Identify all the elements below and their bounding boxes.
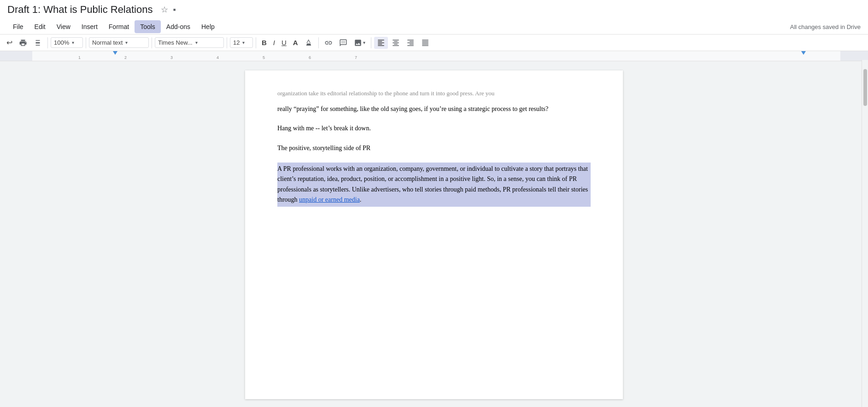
menu-format[interactable]: Format	[103, 20, 135, 33]
scrollbar-thumb[interactable]	[863, 69, 867, 106]
ruler: 1 2 3 4 5 6 7	[0, 51, 868, 61]
font-select[interactable]: Times New... ▾	[155, 37, 224, 48]
toolbar-divider-4	[227, 37, 227, 48]
text-style-select[interactable]: Normal text ▾	[89, 37, 149, 48]
underline-button[interactable]: U	[279, 37, 289, 48]
ruler-num-6: 6	[309, 55, 311, 60]
zoom-value: 100%	[54, 39, 69, 46]
ruler-num-3: 3	[170, 55, 173, 60]
save-status: All changes saved in Drive	[790, 23, 861, 30]
toolbar-divider-1	[47, 37, 48, 48]
paragraph-3-text: The positive, storytelling side of PR	[277, 145, 370, 151]
bold-button[interactable]: B	[259, 37, 270, 48]
menu-view[interactable]: View	[51, 20, 76, 33]
align-justify-button[interactable]	[418, 37, 432, 49]
ruler-num-5: 5	[263, 55, 265, 60]
font-chevron: ▾	[195, 40, 198, 45]
main-area: organization take its editorial relation…	[0, 61, 868, 407]
paragraph-3-heading: The positive, storytelling side of PR	[277, 143, 591, 153]
comment-button[interactable]	[336, 37, 350, 49]
doc-title: Draft 1: What is Public Relations	[7, 4, 152, 16]
zoom-chevron: ▾	[72, 40, 74, 45]
toolbar-divider-5	[256, 37, 256, 48]
align-center-button[interactable]	[389, 37, 403, 49]
menu-bar: File Edit View Insert Format Tools Add-o…	[0, 19, 868, 35]
menu-help[interactable]: Help	[196, 20, 220, 33]
font-color-label: A	[293, 39, 298, 47]
link-button[interactable]	[322, 37, 335, 49]
menu-edit[interactable]: Edit	[29, 20, 51, 33]
font-size-chevron: ▾	[242, 40, 245, 45]
paint-format-button[interactable]	[31, 37, 45, 49]
paragraph-2-text: Hang with me -- let’s break it down.	[277, 125, 371, 132]
cut-top-paragraph: organization take its editorial relation…	[277, 89, 591, 99]
font-size-value: 12	[233, 39, 240, 46]
highlight-button[interactable]	[302, 37, 316, 49]
paragraph-1: really “praying” for something, like the…	[277, 104, 591, 114]
toolbar-divider-3	[152, 37, 152, 48]
text-style-chevron: ▾	[125, 40, 128, 45]
highlighted-paragraph: A PR professional works with an organiza…	[277, 163, 591, 207]
menu-insert[interactable]: Insert	[76, 20, 103, 33]
bottom-cut	[277, 216, 591, 226]
font-value: Times New...	[158, 39, 193, 46]
text-style-value: Normal text	[92, 39, 123, 46]
toolbar: ↩ 100% ▾ Normal text ▾ Times New... ▾ 12…	[0, 35, 868, 51]
toolbar-divider-6	[318, 37, 319, 48]
undo-button[interactable]: ↩	[4, 36, 15, 49]
paragraph-2: Hang with me -- let’s break it down.	[277, 123, 591, 134]
star-icon[interactable]: ☆	[161, 5, 168, 15]
align-right-button[interactable]	[404, 37, 417, 49]
zoom-select[interactable]: 100% ▾	[51, 37, 83, 48]
scrollbar[interactable]	[862, 60, 868, 407]
toolbar-divider-7	[371, 37, 371, 48]
title-bar: Draft 1: What is Public Relations ☆ ▪	[0, 0, 868, 19]
ruler-num-4: 4	[217, 55, 219, 60]
image-chevron: ▾	[363, 40, 365, 45]
image-button[interactable]: ▾	[351, 37, 368, 49]
menu-tools[interactable]: Tools	[135, 20, 161, 33]
ruler-num-1: 1	[78, 55, 81, 60]
font-size-select[interactable]: 12 ▾	[230, 37, 253, 48]
toolbar-divider-2	[86, 37, 86, 48]
paragraph-1-text: really “praying” for something, like the…	[277, 105, 548, 112]
menu-file[interactable]: File	[7, 20, 29, 33]
link-earned-media[interactable]: unpaid or earned media	[299, 196, 360, 203]
ruler-right-marker	[801, 51, 806, 55]
italic-button[interactable]: I	[270, 37, 278, 48]
document-page[interactable]: organization take its editorial relation…	[245, 70, 623, 399]
ruler-num-2: 2	[124, 55, 127, 60]
align-left-button[interactable]	[374, 37, 388, 49]
font-color-button[interactable]: A	[290, 37, 301, 48]
folder-icon[interactable]: ▪	[173, 5, 176, 15]
menu-addons[interactable]: Add-ons	[161, 20, 196, 33]
ruler-left-marker	[113, 51, 117, 55]
print-button[interactable]	[16, 37, 30, 49]
ruler-num-7: 7	[355, 55, 357, 60]
period: .	[360, 196, 362, 203]
